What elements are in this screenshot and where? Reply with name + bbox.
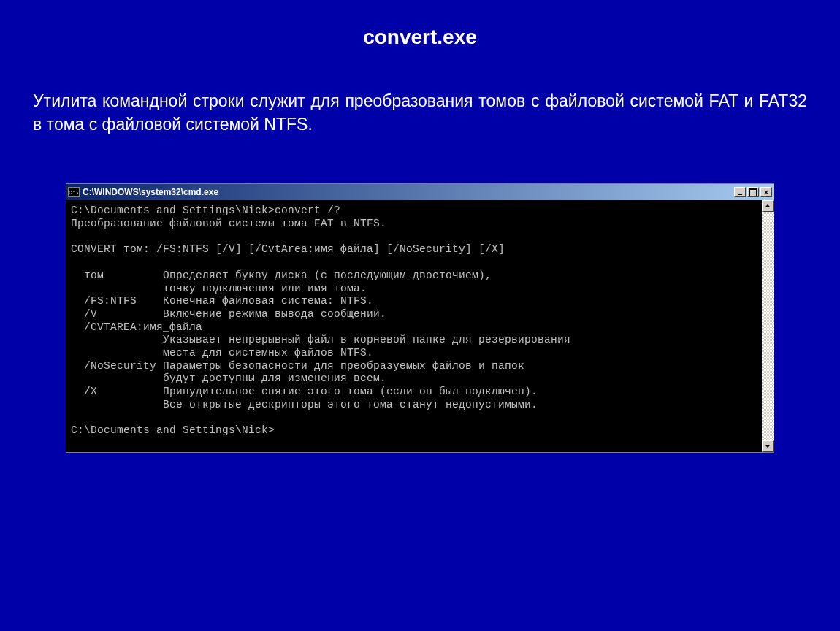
scroll-track[interactable] [762,212,774,440]
slide-title: convert.exe [29,26,811,49]
window-titlebar[interactable]: C:\ C:\WINDOWS\system32\cmd.exe × [66,184,774,200]
minimize-button[interactable] [734,187,746,197]
slide: convert.exe Утилита командной строки слу… [0,0,840,631]
window-body: C:\Documents and Settings\Nick>convert /… [66,200,774,451]
vertical-scrollbar[interactable] [762,200,774,451]
window-controls: × [734,187,772,197]
slide-description: Утилита командной строки служит для прео… [29,89,811,136]
maximize-button[interactable] [747,187,759,197]
cmd-window: C:\ C:\WINDOWS\system32\cmd.exe × C:\Doc… [66,183,774,452]
cmd-icon: C:\ [68,187,80,197]
close-button[interactable]: × [760,187,772,197]
window-title: C:\WINDOWS\system32\cmd.exe [83,187,734,197]
scroll-up-button[interactable] [762,200,774,212]
console-output[interactable]: C:\Documents and Settings\Nick>convert /… [66,200,762,451]
scroll-down-button[interactable] [762,440,774,452]
